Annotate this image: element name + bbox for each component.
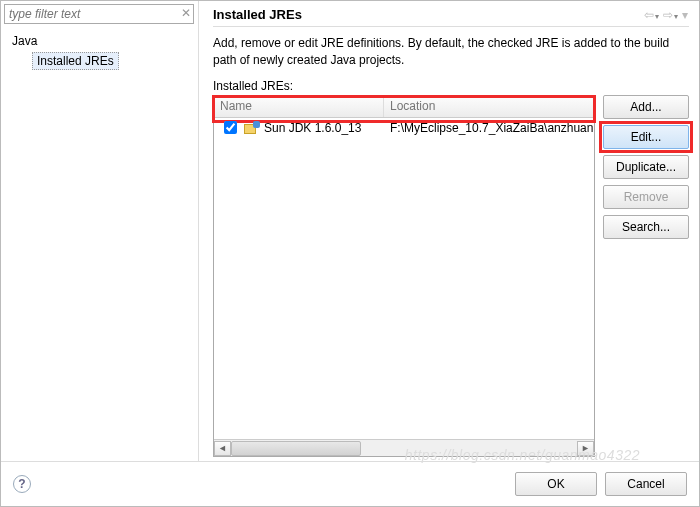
preferences-sidebar: ✕ Java Installed JREs <box>1 1 199 461</box>
cancel-button[interactable]: Cancel <box>605 472 687 496</box>
tree-node-installed-jres[interactable]: Installed JREs <box>32 52 119 70</box>
preferences-tree: Java Installed JREs <box>4 28 198 72</box>
clear-filter-icon[interactable]: ✕ <box>181 6 191 20</box>
annotation-highlight-edit: Edit... <box>599 121 693 153</box>
jre-default-checkbox[interactable] <box>224 121 237 134</box>
content-pane: Installed JREs ⇦ ⇨ ▾ Add, remove or edit… <box>199 1 699 461</box>
nav-history: ⇦ ⇨ ▾ <box>643 8 689 22</box>
remove-button: Remove <box>603 185 689 209</box>
scroll-right-icon[interactable]: ► <box>577 441 594 456</box>
table-row[interactable]: Sun JDK 1.6.0_13 F:\MyEclipse_10.7_XiaZa… <box>214 118 594 138</box>
column-header-location[interactable]: Location <box>384 96 594 117</box>
horizontal-scrollbar[interactable]: ◄ ► <box>214 439 594 456</box>
scroll-left-icon[interactable]: ◄ <box>214 441 231 456</box>
column-header-name[interactable]: Name <box>214 96 384 117</box>
jre-table: Name Location Sun JDK 1.6.0_13 F:\MyEcli… <box>213 95 595 457</box>
add-button[interactable]: Add... <box>603 95 689 119</box>
tree-node-java[interactable]: Java <box>12 32 198 50</box>
edit-button[interactable]: Edit... <box>603 125 689 149</box>
jre-icon <box>244 121 260 135</box>
jre-location: F:\MyEclipse_10.7_XiaZaiBa\anzhuang <box>384 119 594 137</box>
jre-button-column: Add... Edit... Duplicate... Remove Searc… <box>603 95 689 457</box>
nav-back-icon[interactable]: ⇦ <box>643 8 660 22</box>
scroll-thumb[interactable] <box>231 441 361 456</box>
list-label: Installed JREs: <box>213 79 689 93</box>
filter-input[interactable] <box>4 4 194 24</box>
jre-name: Sun JDK 1.6.0_13 <box>264 121 361 135</box>
duplicate-button[interactable]: Duplicate... <box>603 155 689 179</box>
dialog-footer: ? OK Cancel <box>1 461 699 506</box>
nav-forward-icon[interactable]: ⇨ <box>662 8 679 22</box>
ok-button[interactable]: OK <box>515 472 597 496</box>
page-title: Installed JREs <box>213 7 302 22</box>
nav-menu-icon[interactable]: ▾ <box>681 8 689 22</box>
page-description: Add, remove or edit JRE definitions. By … <box>213 35 689 69</box>
help-icon[interactable]: ? <box>13 475 31 493</box>
search-button[interactable]: Search... <box>603 215 689 239</box>
